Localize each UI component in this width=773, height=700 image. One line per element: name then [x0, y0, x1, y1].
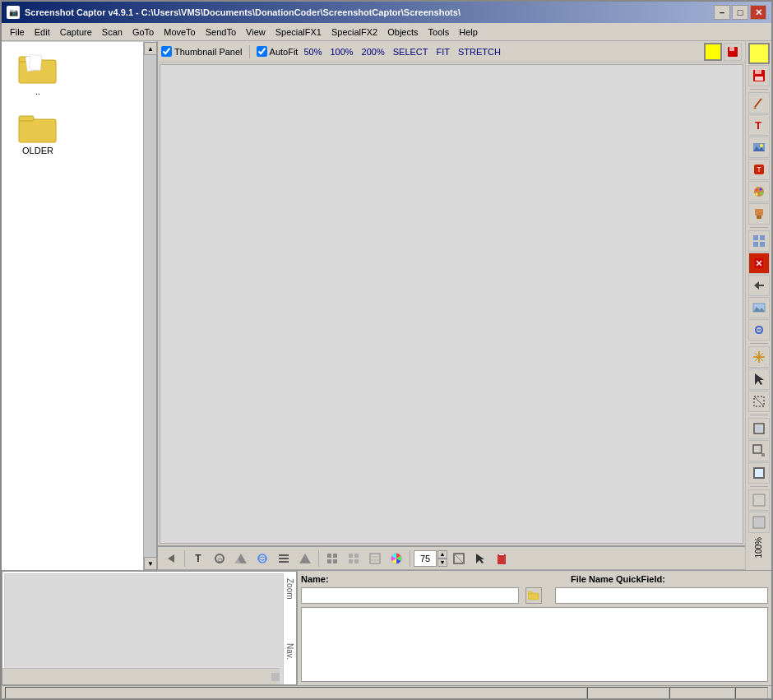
zoom-percent-display: 100%: [754, 537, 763, 560]
name-input[interactable]: [301, 587, 519, 604]
menu-moveto[interactable]: MoveTo: [159, 25, 201, 39]
menu-bar: File Edit Capture Scan GoTo MoveTo SendT…: [2, 23, 771, 41]
svg-line-31: [454, 554, 464, 563]
menu-scan[interactable]: Scan: [97, 25, 127, 39]
bt-grid1[interactable]: [322, 549, 342, 568]
svg-rect-16: [279, 561, 289, 563]
svg-line-71: [754, 396, 764, 406]
menu-capture[interactable]: Capture: [55, 25, 97, 39]
maximize-button[interactable]: □: [732, 5, 748, 20]
rt-border-tool[interactable]: [748, 462, 770, 484]
thumbnail-toolbar: Thumbnail Panel AutoFit 50% 100% 200% SE…: [158, 41, 745, 63]
svg-rect-54: [753, 235, 758, 240]
folder-item-up[interactable]: ..: [5, 49, 71, 100]
svg-rect-26: [370, 554, 380, 563]
rt-color-palette[interactable]: [748, 181, 770, 202]
zoom-down-btn[interactable]: ▼: [437, 559, 447, 567]
file-browser-scrollbar[interactable]: ▲ ▼: [143, 42, 156, 570]
file-browser: ▲ ▼: [2, 41, 158, 570]
autofit-checkbox[interactable]: [257, 46, 267, 57]
menu-help[interactable]: Help: [454, 25, 483, 39]
rt-yellow-swatch[interactable]: [748, 43, 770, 64]
quickfield-input[interactable]: [555, 587, 768, 604]
rt-red-stamp[interactable]: T: [748, 159, 770, 180]
bt-mountain2[interactable]: [295, 549, 315, 568]
menu-view[interactable]: View: [241, 25, 271, 39]
menu-goto[interactable]: GoTo: [127, 25, 159, 39]
color-swatch-btn[interactable]: [704, 43, 722, 61]
menu-file[interactable]: File: [5, 25, 30, 39]
scrollbar-up[interactable]: ▲: [144, 42, 157, 55]
fit-btn[interactable]: FIT: [434, 46, 453, 58]
file-browser-content: .. OLDER: [2, 42, 156, 570]
rt-fill2[interactable]: [748, 512, 770, 533]
name-folder-btn[interactable]: [525, 587, 542, 604]
scrollbar-down[interactable]: ▼: [144, 557, 157, 570]
minimize-button[interactable]: –: [714, 5, 730, 20]
bt-globe[interactable]: [252, 549, 272, 568]
rt-delete[interactable]: [748, 253, 770, 274]
notes-textarea[interactable]: [301, 607, 768, 682]
main-layout: ▲ ▼: [2, 41, 771, 700]
svg-rect-15: [279, 558, 289, 559]
rt-image-view[interactable]: [748, 297, 770, 318]
svg-rect-78: [755, 496, 763, 504]
thumbnail-panel-checkbox[interactable]: [161, 46, 172, 57]
menu-tools[interactable]: Tools: [424, 25, 455, 39]
bt-text[interactable]: T: [188, 549, 208, 568]
zoom-200-btn[interactable]: 200%: [359, 46, 387, 58]
menu-sendto[interactable]: SendTo: [201, 25, 241, 39]
close-button[interactable]: ✕: [750, 5, 766, 20]
rt-image3[interactable]: [748, 137, 770, 158]
svg-rect-55: [760, 235, 765, 240]
menu-edit[interactable]: Edit: [30, 25, 55, 39]
bt-cursor[interactable]: [470, 549, 490, 568]
select-btn[interactable]: SELECT: [391, 46, 431, 58]
zoom-50-btn[interactable]: 50%: [301, 46, 324, 58]
rt-back-arrow[interactable]: [748, 275, 770, 296]
bt-circle[interactable]: ⊙: [210, 549, 229, 568]
folder-item-older[interactable]: OLDER: [5, 108, 71, 159]
rt-thumb-view[interactable]: [748, 230, 770, 252]
status-seg-4: [735, 687, 768, 701]
bt-list[interactable]: [274, 549, 294, 568]
bt-grid3[interactable]: [365, 549, 385, 568]
name-label: Name:: [301, 574, 334, 584]
svg-rect-37: [755, 70, 761, 74]
bt-colorwheel[interactable]: [386, 549, 406, 568]
bt-fit[interactable]: [449, 549, 469, 568]
rt-fill1[interactable]: [748, 489, 770, 511]
bt-grid2[interactable]: [344, 549, 363, 568]
rt-crop-tool[interactable]: [748, 418, 770, 439]
stretch-btn[interactable]: STRETCH: [456, 46, 503, 58]
rt-text-tool[interactable]: T: [748, 114, 770, 136]
scrollbar-track[interactable]: [144, 55, 156, 557]
rt-stamp2[interactable]: [748, 203, 770, 225]
bt-mountain[interactable]: [231, 549, 251, 568]
svg-marker-32: [476, 554, 484, 563]
rt-save[interactable]: [748, 65, 770, 86]
bt-prev[interactable]: [161, 549, 181, 568]
save-btn[interactable]: [724, 43, 742, 61]
rt-crop-sel[interactable]: [748, 391, 770, 412]
rt-pencil[interactable]: [748, 92, 770, 114]
nav-nav-label: Nav.: [285, 643, 294, 660]
menu-specialfx2[interactable]: SpecialFX2: [326, 25, 382, 39]
rt-resize[interactable]: [748, 440, 770, 461]
nav-resize-corner[interactable]: [271, 673, 280, 681]
thumbnail-canvas[interactable]: [160, 64, 743, 544]
folder-label-older: OLDER: [22, 146, 53, 155]
zoom-100-btn[interactable]: 100%: [327, 46, 355, 58]
main-panel: Thumbnail Panel AutoFit 50% 100% 200% SE…: [158, 41, 745, 570]
rt-cursor2[interactable]: [748, 369, 770, 390]
rt-sep-5: [750, 486, 768, 487]
bt-clipboard[interactable]: [492, 549, 511, 568]
app-icon: 📷: [7, 6, 20, 19]
rt-link2[interactable]: [748, 319, 770, 341]
svg-marker-69: [755, 373, 764, 385]
menu-specialfx1[interactable]: SpecialFX1: [271, 25, 326, 39]
zoom-up-btn[interactable]: ▲: [437, 550, 447, 559]
rt-sparkle2[interactable]: [748, 346, 770, 368]
menu-objects[interactable]: Objects: [382, 25, 423, 39]
zoom-input[interactable]: [414, 550, 437, 567]
